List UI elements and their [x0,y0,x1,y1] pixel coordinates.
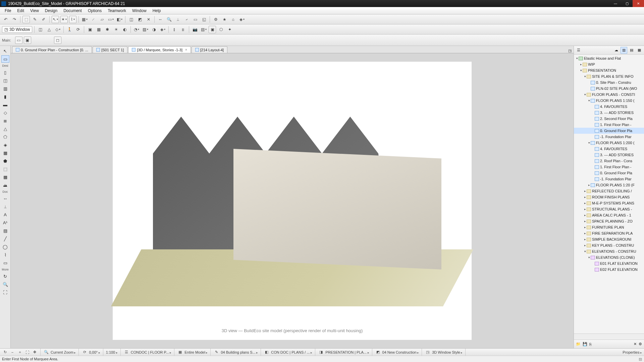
inject-icon[interactable]: ✐ [40,16,47,23]
tree-row[interactable]: ▾SITE PLAN & SITE INFO [574,73,644,79]
menu-help[interactable]: Help [150,8,164,14]
sb-angle[interactable]: 0,00° [89,350,100,354]
label-tool-icon[interactable]: A¹ [1,219,9,226]
object-tool-icon[interactable]: ⬚ [1,165,9,173]
tree-row[interactable]: ▾FLOOR PLANS 1:200 ( [574,140,644,146]
disclosure-icon[interactable]: ▸ [583,214,587,217]
fill-tool-icon[interactable]: ▨ [1,227,9,234]
nav-viewmap-icon[interactable]: ▥ [621,47,627,54]
sb-properties[interactable]: Properties [623,350,642,354]
zone-tool-icon[interactable]: ▩ [1,173,9,181]
sb-layer-combo[interactable]: CONDOC | FLOOR P... [131,350,171,354]
tree-row[interactable]: 0. Ground Floor Pla [574,128,644,134]
sb-model-view[interactable]: Entire Model [184,350,208,354]
sb-gdl-icon[interactable]: ◨ [318,349,324,355]
sb-3dstyle-icon[interactable]: ◳ [425,349,431,355]
level-dim-tool-icon[interactable]: ⟂ [1,203,9,210]
orbit-icon[interactable]: ⟳ [74,26,82,33]
menu-options[interactable]: Options [85,8,104,14]
menu-view[interactable]: View [28,8,42,14]
selection-mode-1-icon[interactable]: ▭ [15,37,22,44]
disclosure-icon[interactable]: ▸ [587,183,591,187]
refresh-tool-icon[interactable]: ↻ [1,273,9,280]
arc-tool-icon[interactable]: ◯ [1,243,9,250]
sb-zoom-label[interactable]: Current Zoom [51,350,76,354]
sb-model-icon[interactable]: ▦ [177,349,183,355]
tree-row[interactable]: -1. Foundation Plar [574,176,644,182]
suspend-icon[interactable]: ✕ [145,16,152,23]
marquee-3d-icon[interactable]: ▦ [95,26,102,33]
favorites-icon[interactable]: ★ [221,16,228,23]
gravity-icon[interactable]: ◧ [116,16,123,23]
menu-window[interactable]: Window [129,8,149,14]
extras-icon[interactable]: ✦ [226,26,233,33]
align-icon[interactable]: ⫿ [171,26,178,33]
disclosure-icon[interactable]: ▾ [587,141,591,144]
arrow-mode-icon[interactable]: ↖ [52,16,59,23]
tree-row[interactable]: ▾ELEVATIONS - CONSTRU [574,248,644,254]
curtainwall-tool-icon[interactable]: ▦ [1,149,9,157]
tree-row[interactable]: ▾PRESENTATION [574,67,644,73]
sb-refresh-icon[interactable]: ↻ [2,349,8,355]
disclosure-icon[interactable]: ▾ [583,75,587,78]
tree-row[interactable]: -1. Foundation Plar [574,134,644,140]
window-tool-icon[interactable]: ▥ [1,85,9,92]
tree-row[interactable]: 2. Second Floor Pla [574,116,644,122]
distribute-icon[interactable]: ⫼ [179,26,187,33]
tree-row[interactable]: 2. Roof Plan - Cons [574,158,644,164]
tree-row[interactable]: 0. Ground Floor Pla [574,170,644,176]
disclosure-icon[interactable]: ▸ [583,238,587,241]
resize-icon[interactable]: ◱ [200,16,208,23]
sb-penset-icon[interactable]: ✎ [213,349,219,355]
selection-mode-3-icon[interactable]: ◻ [54,37,61,44]
tree-row[interactable]: 4. FAVOURITES [574,146,644,152]
disclosure-icon[interactable]: ▸ [583,201,587,205]
tree-row[interactable]: 0. Site Plan - Constru [574,79,644,85]
axo-icon[interactable]: ◫ [37,26,44,33]
sb-penset[interactable]: 04 Building plans S... [221,350,258,354]
stair-tool-icon[interactable]: ≣ [1,117,9,124]
roof-tool-icon[interactable]: △ [1,125,9,132]
menu-document[interactable]: Document [61,8,85,14]
tree-row[interactable]: ▾FLOOR PLANS 1:150 ( [574,98,644,104]
shell-tool-icon[interactable]: ⬠ [1,133,9,140]
tree-row[interactable]: ▸KEY PLANS - CONSTRU [574,242,644,248]
sb-zoom-icon[interactable]: 🔍 [43,349,49,355]
grid-icon[interactable]: ▦ [81,16,88,23]
tree-row[interactable]: 4. FAVOURITES [574,104,644,110]
tree-row[interactable]: 1. First Floor Plan - [574,122,644,128]
tree-row[interactable]: E02 FLAT ELEVATION [574,266,644,273]
navigator-tree[interactable]: ▾Elastic House and Flat▸WIP▾PRESENTATION… [574,55,644,334]
find-icon[interactable]: 🔍 [165,16,173,23]
disclosure-icon[interactable]: ▸ [583,220,587,223]
filter-3d-icon[interactable]: ✱ [104,26,111,33]
drawing-tool-icon[interactable]: ▭ [1,259,9,266]
tree-row[interactable]: 3. --- ADD STORIES [574,152,644,158]
attributes-icon[interactable]: ⚙ [212,16,219,23]
sb-layers-icon[interactable]: ☰ [123,349,129,355]
disclosure-icon[interactable]: ▾ [575,57,579,60]
nav-settings-icon[interactable]: ⚙ [639,342,642,346]
view-ext-icon[interactable]: ◈ [238,16,246,23]
zoom-tool-icon[interactable]: 🔍 [1,281,9,288]
tab-list-icon[interactable]: ◳ [568,49,572,53]
render-engine-icon[interactable]: ◈ [159,26,166,33]
sb-gdl[interactable]: PRESENTATION | PLA... [325,350,369,354]
mesh-tool-icon[interactable]: ⛰ [1,181,9,189]
disclosure-icon[interactable]: ▸ [583,189,587,193]
3d-viewport[interactable]: 3D view — BuildEco site model (perspecti… [11,53,574,348]
highlight-icon[interactable]: ▣ [209,26,216,33]
perspective-icon[interactable]: △ [45,26,53,33]
trim-icon[interactable]: ⟂ [174,16,181,23]
sb-scale[interactable]: 1:100 [106,350,118,354]
tree-row[interactable]: ▸FLOOR PLANS 1:20 (F [574,182,644,188]
text-tool-icon[interactable]: A [1,211,9,218]
sb-zoomin-icon[interactable]: ＋ [17,349,23,355]
column-tool-icon[interactable]: ▮ [1,93,9,100]
arrow-tool-icon[interactable]: ↖ [1,47,9,55]
polyline-tool-icon[interactable]: ⌇ [1,251,9,258]
minimize-button[interactable]: — [610,0,621,7]
morph-tool-icon[interactable]: ⬟ [1,157,9,165]
view-tab[interactable]: 0. Ground Floor Plan - Construction [0. … [12,46,92,53]
render-settings-icon[interactable]: ▤ [200,26,207,33]
